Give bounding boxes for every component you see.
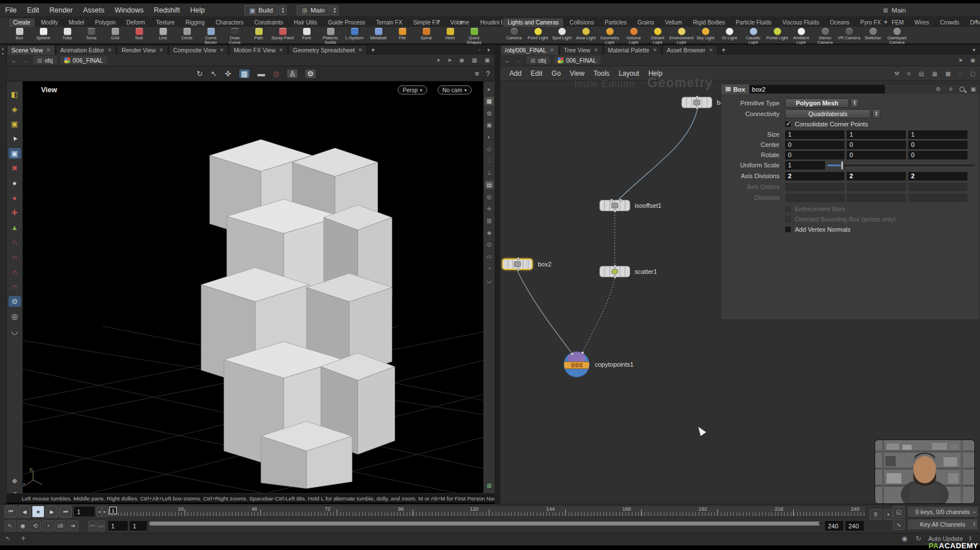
playhead-marker[interactable]: 1: [109, 507, 117, 514]
pane-menu-icon[interactable]: ▾: [971, 47, 977, 53]
range-start-field2[interactable]: 1: [130, 521, 147, 531]
range-start-field[interactable]: 1: [108, 521, 128, 531]
shelf-tool[interactable]: Platonic Solids: [319, 27, 342, 45]
main-spinner[interactable]: ▲▼: [331, 5, 338, 15]
search-icon[interactable]: ◌: [958, 71, 963, 77]
menu-item[interactable]: Edit: [22, 6, 44, 14]
select-geometry-icon[interactable]: ◈: [9, 104, 21, 114]
wrench-icon[interactable]: ⚒: [893, 71, 900, 77]
shelf-tool[interactable]: Sphere: [32, 27, 55, 40]
shelf-tool[interactable]: Spiral: [415, 27, 438, 40]
select-mode-icon[interactable]: ↖: [5, 535, 11, 541]
view-tool-icon[interactable]: ↻: [197, 69, 203, 78]
shelf-tool[interactable]: Environment Light: [670, 27, 693, 45]
handle-mode-icon[interactable]: ✛: [19, 535, 26, 541]
pane-tab[interactable]: Motion FX View✕: [229, 45, 288, 55]
shelf-tool[interactable]: Circle: [175, 27, 198, 40]
keyframe-options-icon[interactable]: ◱: [893, 506, 905, 518]
forward-icon[interactable]: →: [22, 56, 30, 64]
grid-display-icon[interactable]: ▥: [485, 216, 494, 225]
pane-tab[interactable]: Geometry Spreadsheet✕: [288, 45, 367, 55]
shelf-tool[interactable]: L-System: [343, 27, 366, 40]
shelf-tool[interactable]: Curve Bezier: [199, 27, 222, 45]
close-tab-icon[interactable]: ✕: [159, 47, 164, 53]
shelf-tab[interactable]: Wires: [909, 18, 934, 27]
wireframe-icon[interactable]: ◇: [485, 145, 494, 153]
shelf-tool[interactable]: File: [391, 27, 414, 40]
back-icon[interactable]: ←: [504, 56, 512, 64]
close-tab-icon[interactable]: ✕: [550, 47, 554, 53]
uniform-scale-slider[interactable]: [827, 165, 975, 166]
node-copytopoints1[interactable]: [564, 351, 590, 377]
primitive-type-dropdown[interactable]: Polygon Mesh: [785, 98, 849, 108]
shelf-tool[interactable]: Null: [128, 27, 150, 40]
panel-icon[interactable]: ▢: [969, 71, 977, 77]
settings-gear-icon[interactable]: ⚙: [305, 69, 316, 78]
jump-to-icon[interactable]: ➤: [957, 57, 964, 63]
orient-picker-icon[interactable]: ◎: [9, 311, 21, 322]
network-menu-item[interactable]: View: [565, 69, 589, 77]
snap-point-icon[interactable]: ∩: [9, 252, 21, 262]
main-menu-selector[interactable]: ◎ Main: [297, 5, 330, 15]
loop-icon[interactable]: ⟲: [30, 520, 41, 531]
value-field[interactable]: 0: [908, 141, 967, 149]
node-type-tab[interactable]: Box: [721, 84, 749, 94]
shelf-tool[interactable]: Camera: [503, 27, 525, 40]
shelf-tool[interactable]: Distant Light: [646, 27, 669, 45]
palette-grid-icon[interactable]: ▦: [931, 71, 938, 77]
shelf-tool[interactable]: Line: [152, 27, 174, 40]
world-axis-icon[interactable]: ⊙: [485, 240, 494, 249]
select-tool-icon[interactable]: ↖: [211, 69, 217, 78]
magnifier-icon[interactable]: [959, 87, 965, 92]
rows-icon[interactable]: ▤: [917, 71, 925, 77]
pane-menu-icon[interactable]: ▾: [486, 47, 491, 53]
lock-handle-icon[interactable]: ▣: [9, 148, 21, 159]
shelf-tool[interactable]: VR Camera: [838, 27, 860, 40]
memory-icon[interactable]: ◉: [900, 535, 908, 543]
desktop-indicator[interactable]: ▦ Main: [883, 7, 906, 14]
shelf-tool[interactable]: Draw Curve: [223, 27, 246, 45]
shelf-tool[interactable]: Helix: [439, 27, 462, 40]
value-field[interactable]: 1: [908, 130, 967, 139]
panel-square-icon[interactable]: ▣: [484, 57, 491, 63]
handles-tool-icon[interactable]: ✜: [225, 69, 231, 78]
keys-summary-button[interactable]: 0 keys, 0/0 channels ▲: [907, 506, 978, 518]
jump-to-icon[interactable]: ➤: [446, 57, 453, 63]
chevron-down-icon[interactable]: ▾: [436, 57, 441, 63]
pane-tab[interactable]: Render View✕: [117, 45, 168, 55]
headlight-icon[interactable]: ◍: [485, 109, 494, 117]
pane-divider[interactable]: [495, 44, 500, 545]
shelf-tab[interactable]: Crowds: [935, 18, 965, 27]
value-field[interactable]: 0: [908, 151, 967, 159]
network-menu-item[interactable]: Tools: [589, 69, 614, 77]
shelf-tab[interactable]: Viscous Fluids: [777, 18, 824, 27]
node-scatter1[interactable]: [599, 266, 630, 277]
shelf-tab[interactable]: Polygon: [90, 18, 121, 27]
range-slider[interactable]: [149, 522, 820, 526]
select-box-icon[interactable]: ▣: [9, 118, 21, 129]
menu-small-icon[interactable]: ▬: [258, 69, 265, 78]
shelf-tab[interactable]: Oceans: [824, 18, 854, 27]
shelf-tab[interactable]: Particles: [599, 18, 631, 27]
uniform-scale-field[interactable]: 1: [785, 161, 825, 170]
close-tab-icon[interactable]: ✕: [46, 47, 51, 53]
menu-item[interactable]: Assets: [78, 6, 110, 14]
shelf-tool[interactable]: Volume Light: [622, 27, 645, 45]
range-end-field2[interactable]: 240: [846, 521, 864, 531]
range-end-icon[interactable]: ⏭: [97, 520, 105, 531]
shelf-tab[interactable]: Vellum: [660, 18, 687, 27]
shelf-tab[interactable]: Deform: [121, 18, 150, 27]
audio-icon[interactable]: ◉: [17, 520, 28, 531]
gem-icon[interactable]: ◈: [485, 228, 494, 237]
shelf-tool[interactable]: Tube: [56, 27, 79, 40]
animation-editor-icon[interactable]: ∿: [893, 519, 905, 530]
pin-icon[interactable]: ◉: [969, 57, 977, 63]
shelf-tool[interactable]: Stereo Camera: [814, 27, 836, 45]
points-display-icon[interactable]: ∴: [485, 157, 494, 165]
dish-tool-icon[interactable]: ◡: [9, 326, 21, 336]
gear-icon[interactable]: ⚙: [934, 86, 942, 92]
forward-icon[interactable]: →: [515, 56, 523, 64]
shelf-tab[interactable]: Constraints: [249, 18, 288, 27]
clock-icon[interactable]: ◔: [485, 264, 494, 273]
step-back-icon[interactable]: ◂: [96, 506, 102, 517]
